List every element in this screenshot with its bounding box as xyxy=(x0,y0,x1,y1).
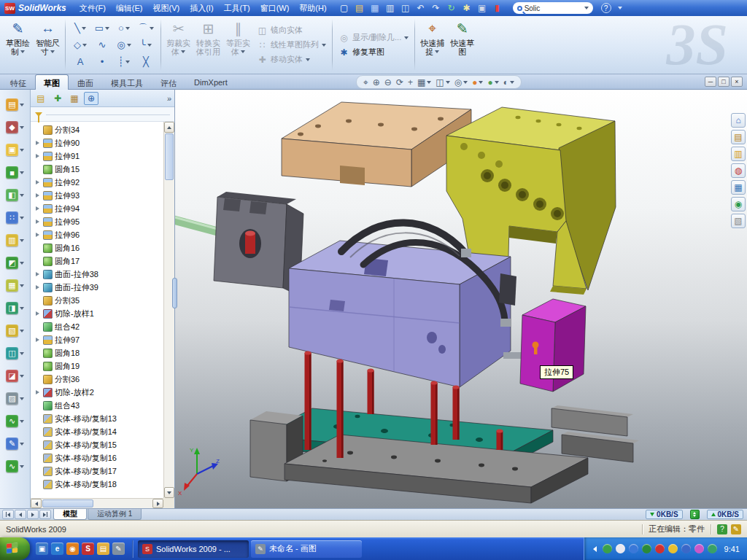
overflow-chevron-icon[interactable]: » xyxy=(167,94,171,103)
feature-tree-item[interactable]: 拉伸92 xyxy=(31,176,163,189)
record-indicator-icon[interactable]: ▮ xyxy=(492,2,503,14)
feature-tree-item[interactable]: 切除-放样1 xyxy=(31,307,163,320)
feature-tree-item[interactable]: 实体-移动/复制15 xyxy=(31,438,163,451)
tray-volume-icon[interactable] xyxy=(629,544,638,553)
side-tool-10[interactable]: ◨ xyxy=(0,297,30,319)
feature-tree-item[interactable]: 拉伸93 xyxy=(31,189,163,202)
expand-arrow-icon[interactable] xyxy=(34,389,41,396)
flyout-arrow-icon[interactable] xyxy=(20,194,24,197)
expand-arrow-icon[interactable] xyxy=(34,271,41,278)
smart-dimension-button[interactable]: ↔智能尺寸 xyxy=(33,18,63,72)
flyout-arrow-icon[interactable] xyxy=(20,420,24,423)
circle-tool[interactable]: ○ xyxy=(113,20,135,36)
side-tool-16[interactable]: ✎ xyxy=(0,432,30,455)
flyout-arrow-icon[interactable] xyxy=(20,307,24,310)
expand-arrow-icon[interactable] xyxy=(34,219,41,225)
flyout-arrow-icon[interactable] xyxy=(20,239,24,242)
dropdown-arrow-icon[interactable] xyxy=(435,50,439,53)
side-tool-5[interactable]: ◧ xyxy=(0,184,30,206)
graphics-viewport[interactable]: Y Z X 拉伸75 ⌂▤▥◍▦◉▧ xyxy=(175,90,747,508)
side-tool-9[interactable]: ▦ xyxy=(0,274,30,297)
side-tool-11[interactable]: ▧ xyxy=(0,319,30,342)
part-core-block[interactable] xyxy=(289,241,511,387)
flyout-arrow-icon[interactable] xyxy=(20,126,24,129)
undo-icon[interactable]: ↶ xyxy=(415,2,427,14)
print-preview-icon[interactable]: ◫ xyxy=(400,2,411,14)
nav-last-button[interactable] xyxy=(39,510,51,519)
side-tool-3[interactable]: ▣ xyxy=(0,139,30,161)
part-guide-rails[interactable] xyxy=(551,405,639,462)
expand-arrow-icon[interactable] xyxy=(34,179,41,186)
display-delete-relations-button[interactable]: ◎显示/删除几... xyxy=(336,31,411,44)
quick-snaps-button[interactable]: ⌖快速捕捉 xyxy=(417,18,447,72)
feature-tree-item[interactable]: 分割34 xyxy=(31,123,163,136)
start-button[interactable] xyxy=(0,537,30,560)
dropdown-arrow-icon[interactable] xyxy=(125,61,130,63)
menu-item-3[interactable]: 视图(V) xyxy=(148,1,185,16)
internet-explorer-icon[interactable]: e xyxy=(51,542,63,555)
feature-tree-item[interactable]: 圆角16 xyxy=(31,241,163,254)
clock[interactable]: 9:41 xyxy=(724,545,740,553)
dropdown-arrow-icon[interactable] xyxy=(150,27,154,30)
minimize-document-button[interactable]: ─ xyxy=(705,77,716,87)
expand-arrow-icon[interactable] xyxy=(34,337,41,343)
centerline-tool[interactable]: ┊ xyxy=(113,53,135,70)
command-tab-4[interactable]: 模具工具 xyxy=(102,74,152,90)
zoom-out-icon[interactable]: ⊖ xyxy=(384,77,392,88)
search-input[interactable]: Solic xyxy=(513,2,593,14)
tree-horizontal-scrollbar[interactable] xyxy=(31,498,163,508)
feature-tree-item[interactable]: 圆角18 xyxy=(31,346,163,359)
feature-tree-item[interactable]: 实体-移动/复制16 xyxy=(31,451,163,464)
scrollbar-thumb[interactable] xyxy=(42,499,93,508)
folders-icon[interactable]: ▤ xyxy=(97,542,109,555)
feature-tree-item[interactable]: 实体-移动/复制17 xyxy=(31,464,163,478)
feature-tree-item[interactable]: 实体-移动/复制14 xyxy=(31,425,163,438)
document-recovery-button[interactable]: ▧ xyxy=(731,214,746,228)
scroll-up-button[interactable] xyxy=(164,122,174,133)
filter-field[interactable] xyxy=(46,113,170,115)
status-sketch-icon[interactable]: ✎ xyxy=(731,524,741,534)
dropdown-arrow-icon[interactable] xyxy=(50,50,55,53)
expand-arrow-icon[interactable] xyxy=(34,232,41,238)
menu-item-2[interactable]: 编辑(E) xyxy=(111,1,148,16)
arc-tool[interactable]: ⌒ xyxy=(135,20,157,36)
flyout-arrow-icon[interactable] xyxy=(20,465,24,468)
point-tool[interactable]: • xyxy=(91,53,113,70)
trim-quick-tool[interactable]: ╳ xyxy=(135,53,157,70)
dropdown-arrow-icon[interactable] xyxy=(479,81,483,84)
mirror-entities-button[interactable]: ◫镜向实体 xyxy=(255,24,328,36)
home-button[interactable]: ⌂ xyxy=(731,113,746,128)
rectangle-tool[interactable]: ▭ xyxy=(91,20,113,36)
line-tool[interactable]: ╲ xyxy=(69,20,91,36)
flyout-arrow-icon[interactable] xyxy=(20,284,24,287)
repair-sketch-button[interactable]: ✱修复草图 xyxy=(336,46,411,58)
search-dropdown-icon[interactable] xyxy=(584,7,589,9)
hide-show-items-icon[interactable]: ◎ xyxy=(454,77,468,88)
dropdown-arrow-icon[interactable] xyxy=(427,81,431,84)
flyout-arrow-icon[interactable] xyxy=(20,352,24,355)
offset-entities-button[interactable]: ∥等距实体 xyxy=(223,18,253,72)
filter-icon[interactable] xyxy=(35,112,42,117)
rebuild-icon[interactable]: ↻ xyxy=(446,2,457,14)
expand-arrow-icon[interactable] xyxy=(34,284,41,291)
command-tab-2[interactable]: 草图 xyxy=(35,74,69,90)
trim-entities-button[interactable]: ✂剪裁实体 xyxy=(163,18,193,72)
polygon-tool[interactable]: ◇ xyxy=(69,36,91,53)
dropdown-arrow-icon[interactable] xyxy=(20,50,25,53)
side-tool-6[interactable]: ∷ xyxy=(0,206,30,229)
text-tool[interactable]: A xyxy=(69,53,91,70)
command-tab-1[interactable]: 特征 xyxy=(1,74,35,90)
side-tool-17[interactable]: ∿ xyxy=(0,455,30,478)
feature-tree-item[interactable]: 拉伸97 xyxy=(31,333,163,346)
zoom-fit-icon[interactable]: ⌖ xyxy=(363,77,368,88)
flyout-arrow-icon[interactable] xyxy=(20,262,24,265)
dropdown-arrow-icon[interactable] xyxy=(404,36,409,39)
dropdown-arrow-icon[interactable] xyxy=(306,58,310,61)
dimxpert-manager-tab[interactable]: ⊕ xyxy=(84,92,98,105)
side-tool-13[interactable]: ◪ xyxy=(0,365,30,387)
side-tool-12[interactable]: ◫ xyxy=(0,342,30,365)
tray-network-icon[interactable] xyxy=(603,544,612,553)
side-tool-15[interactable]: ∿ xyxy=(0,410,30,432)
internet-button[interactable]: ◉ xyxy=(731,197,746,211)
feature-tree-item[interactable]: 圆角17 xyxy=(31,254,163,268)
